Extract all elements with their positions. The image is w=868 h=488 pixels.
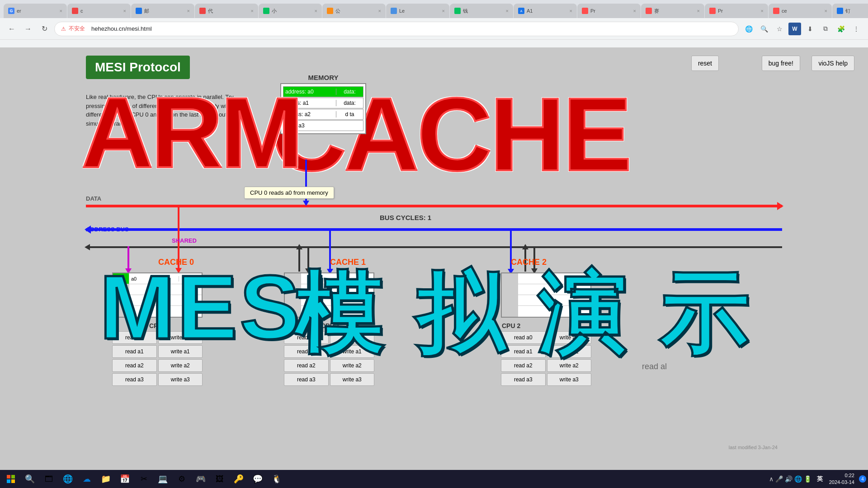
chevron-up-icon[interactable]: ∧: [769, 475, 774, 483]
cpu2-read-a1[interactable]: read a1: [501, 345, 546, 358]
volume-icon[interactable]: 🔊: [785, 475, 793, 483]
bookmark-icon[interactable]: ☆: [773, 23, 786, 35]
reset-button[interactable]: reset: [691, 56, 719, 71]
extensions-icon[interactable]: 🧩: [835, 23, 847, 35]
start-button[interactable]: [2, 471, 20, 487]
address-bus-label: ADDRESS BUS: [86, 226, 129, 233]
bugfree-button[interactable]: bug free!: [762, 56, 800, 71]
mesi-protocol-title: MESI Protocol: [86, 56, 190, 79]
tab-le[interactable]: Le ×: [386, 4, 449, 18]
menu-icon[interactable]: ⋮: [850, 23, 863, 35]
reload-button[interactable]: ↻: [38, 23, 51, 35]
tab-label-er: er: [17, 8, 57, 14]
address-bar[interactable]: ⚠ 不安全 hehezhou.cn/mesi.html: [54, 22, 739, 36]
cpu0-write-a0[interactable]: write a0: [158, 331, 203, 344]
cpu0-write-a2[interactable]: write a2: [158, 359, 203, 372]
cache-2-label: CACHE 2: [511, 258, 547, 267]
photo-icon[interactable]: 🖼: [211, 471, 229, 487]
data-bus-label: DATA: [86, 195, 101, 202]
cache-data-0: 0: [179, 276, 202, 282]
cpu1-write-a1[interactable]: write a1: [330, 345, 375, 358]
cache-0-label: CACHE 0: [158, 258, 194, 267]
search-icon[interactable]: 🔍: [758, 23, 770, 35]
terminal-icon[interactable]: 💻: [154, 471, 172, 487]
tab-ce[interactable]: ce ×: [769, 4, 832, 18]
tab-mail[interactable]: 邮 ×: [131, 4, 194, 18]
cpu2-write-a3[interactable]: write a3: [547, 373, 592, 386]
cpu-2-label: CPU 2: [502, 322, 520, 329]
tab-dai[interactable]: 代 ×: [195, 4, 258, 18]
battery-icon[interactable]: 🔋: [804, 475, 811, 483]
tab-c[interactable]: c ×: [67, 4, 131, 18]
address-bus: [86, 228, 782, 231]
forward-button[interactable]: →: [22, 23, 34, 35]
cpu0-read-a2[interactable]: read a2: [112, 359, 157, 372]
cpu0-read-a0[interactable]: read a0: [112, 331, 157, 344]
viojs-button[interactable]: vioJS help: [811, 56, 854, 71]
taskview-button[interactable]: 🗔: [40, 471, 58, 487]
cache-1-box: [284, 272, 374, 318]
cpu0-write-a1[interactable]: write a1: [158, 345, 203, 358]
cpu2-write-a2[interactable]: write a2: [547, 359, 592, 372]
translate-icon[interactable]: 🌐: [742, 23, 755, 35]
keepass-icon[interactable]: 🔑: [230, 471, 248, 487]
teams-icon[interactable]: 📅: [116, 471, 134, 487]
language-indicator[interactable]: 英: [815, 475, 825, 483]
cpu1-write-a2[interactable]: write a2: [330, 359, 375, 372]
network-icon[interactable]: 🌐: [794, 475, 802, 483]
pink-down-arrow: [127, 246, 129, 272]
onedrive-icon[interactable]: ☁: [78, 471, 96, 487]
notification-badge[interactable]: 4: [859, 475, 866, 483]
cpu0-read-a1[interactable]: read a1: [112, 345, 157, 358]
search-taskbar[interactable]: 🔍: [21, 471, 39, 487]
unity-icon[interactable]: ⚙: [173, 471, 191, 487]
snip-icon[interactable]: ✂: [135, 471, 153, 487]
shared-label: SHARED: [172, 237, 197, 244]
data-bus: [86, 205, 782, 207]
cpu2-read-a2[interactable]: read a2: [501, 359, 546, 372]
download-icon[interactable]: ⬇: [804, 23, 816, 35]
tab-ding[interactable]: 钉 ×: [832, 4, 868, 18]
game-icon[interactable]: 🎮: [192, 471, 210, 487]
wechat-icon[interactable]: 💬: [249, 471, 267, 487]
edge-icon[interactable]: 🌐: [59, 471, 77, 487]
tab-pr2[interactable]: Pr ×: [705, 4, 768, 18]
system-tray: ∧ 🎤 🔊 🌐 🔋: [766, 475, 814, 483]
tab-groups-icon[interactable]: ⧉: [819, 23, 832, 35]
cpu1-read-a1[interactable]: read a1: [284, 345, 329, 358]
cpu1-write-a3[interactable]: write a3: [330, 373, 375, 386]
tab-qian[interactable]: 钱 ×: [450, 4, 513, 18]
explorer-icon[interactable]: 📁: [97, 471, 115, 487]
cpu1-read-a2[interactable]: read a2: [284, 359, 329, 372]
tab-sai[interactable]: 赛 ×: [641, 4, 704, 18]
cpu1-read-a0[interactable]: read a0: [284, 331, 329, 344]
clock-time: 0:22: [829, 472, 854, 479]
browser-chrome: G er × c × 邮 × 代 × 小 × 公 ×: [0, 0, 868, 47]
cpu-1-buttons: read a0 write a0 read a1 write a1 read a…: [284, 331, 374, 386]
cpu2-write-a1[interactable]: write a1: [547, 345, 592, 358]
microphone-icon[interactable]: 🎤: [775, 475, 783, 483]
cpu0-read-a3[interactable]: read a3: [112, 373, 157, 386]
cpu1-read-a3[interactable]: read a3: [284, 373, 329, 386]
tab-gong[interactable]: 公 ×: [322, 4, 386, 18]
tab-pr1[interactable]: Pr ×: [577, 4, 641, 18]
qq-icon[interactable]: 🐧: [268, 471, 286, 487]
tab-er[interactable]: G er ×: [4, 4, 67, 18]
back-button[interactable]: ←: [5, 23, 18, 35]
memory-box: MEMORY address: a0 data: ldress: a1 data…: [280, 74, 366, 134]
cpu2-read-a3[interactable]: read a3: [501, 373, 546, 386]
cpu2-read-a0[interactable]: read a0: [501, 331, 546, 344]
tab-xiao[interactable]: 小 ×: [259, 4, 322, 18]
svg-rect-2: [7, 479, 10, 483]
word-icon[interactable]: W: [788, 23, 801, 35]
cpu1-write-a0[interactable]: write a0: [330, 331, 375, 344]
cpu0-write-a3[interactable]: write a3: [158, 373, 203, 386]
cpu2-write-a0[interactable]: write a0: [547, 331, 592, 344]
cache-state-2: [113, 295, 129, 305]
memory-row-2: ddress: a2 d ta: [283, 109, 363, 120]
tab-a1[interactable]: A A1 ×: [514, 4, 577, 18]
taskbar: 🔍 🗔 🌐 ☁ 📁 📅 ✂ 💻 ⚙ 🎮 🖼 🔑 💬 🐧 ∧ 🎤 🔊 🌐 🔋 英 …: [0, 470, 868, 488]
cpu-0-buttons: read a0 write a0 read a1 write a1 read a…: [112, 331, 203, 386]
security-label: 不安全: [69, 25, 85, 33]
system-clock[interactable]: 0:22 2024-03-14: [826, 472, 858, 486]
